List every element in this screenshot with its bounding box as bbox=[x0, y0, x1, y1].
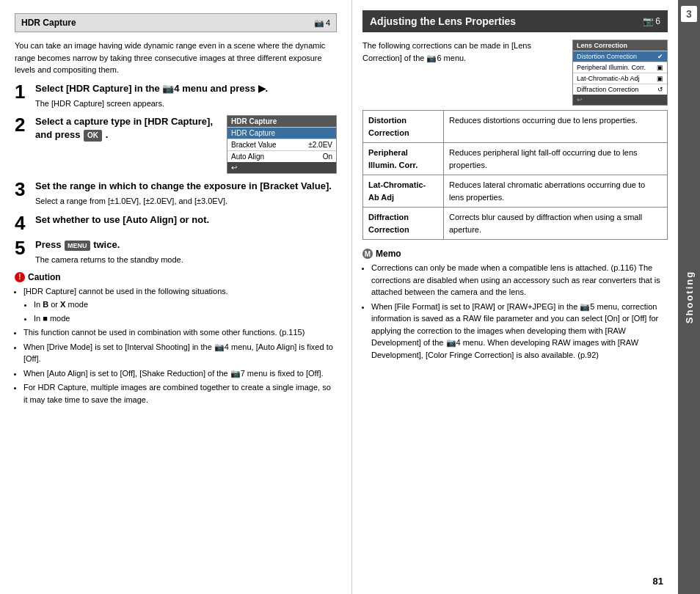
table-def-diffraction: Corrects blur caused by diffraction when… bbox=[444, 208, 668, 240]
memo-title: M Memo bbox=[362, 249, 668, 259]
caution-title: ! Caution bbox=[15, 272, 337, 282]
lens-camera-badge: 📷 6 bbox=[643, 16, 660, 26]
memo-list: Corrections can only be made when a comp… bbox=[362, 262, 668, 361]
step-1-num: 1 bbox=[15, 82, 31, 101]
right-content: Adjusting the Lens Properties 📷 6 Lens C… bbox=[352, 0, 678, 594]
table-row-distortion: DistortionCorrection Reduces distortions… bbox=[363, 111, 668, 143]
table-row-diffraction: DiffractionCorrection Corrects blur caus… bbox=[363, 208, 668, 240]
lens-correction-mini-menu: Lens Correction Distortion Correction ✔ … bbox=[572, 40, 668, 106]
table-term-diffraction: DiffractionCorrection bbox=[363, 208, 444, 240]
step-1: 1 Select [HDR Capture] in the 📷4 menu an… bbox=[15, 82, 337, 110]
back-arrow-icon: ↩ bbox=[231, 164, 237, 172]
lens-row-chromatic: Lat-Chromatic-Ab Adj ▣ bbox=[573, 73, 667, 84]
caution-sub-list: In B or X mode In ■ mode bbox=[23, 298, 337, 324]
memo-section: M Memo Corrections can only be made when… bbox=[362, 249, 668, 361]
mini-menu-align-label: Auto Align bbox=[231, 153, 264, 161]
lens-menu-bottom: ↩ bbox=[573, 95, 667, 105]
table-term-chromatic: Lat-Chromatic-Ab Adj bbox=[363, 175, 444, 208]
step-2: 2 Select a capture type in [HDR Capture]… bbox=[15, 115, 337, 174]
step-1-content: Select [HDR Capture] in the 📷4 menu and … bbox=[35, 82, 337, 110]
lens-diffraction-label: Diffraction Correction bbox=[577, 86, 638, 93]
mini-menu-bracket-label: Bracket Value bbox=[231, 141, 277, 149]
lens-intro-block: Lens Correction Distortion Correction ✔ … bbox=[362, 40, 668, 64]
side-tab: Shooting 3 bbox=[678, 0, 700, 594]
step-5-title: Press MENU twice. bbox=[35, 238, 337, 252]
step-5: 5 Press MENU twice. The camera returns t… bbox=[15, 238, 337, 266]
section-number-badge: 3 bbox=[681, 6, 697, 22]
mini-menu-row-bracket: Bracket Value ±2.0EV bbox=[227, 139, 336, 150]
memo-label: Memo bbox=[376, 249, 401, 259]
caution-icon: ! bbox=[15, 272, 25, 282]
ok-btn: OK bbox=[84, 130, 102, 142]
step-2-inner: Select a capture type in [HDR Capture], … bbox=[35, 115, 337, 174]
lens-chromatic-label: Lat-Chromatic-Ab Adj bbox=[577, 75, 640, 82]
lens-distortion-label: Distortion Correction bbox=[577, 53, 637, 60]
table-row-peripheral: PeripheralIllumin. Corr. Reduces periphe… bbox=[363, 143, 668, 175]
table-term-peripheral: PeripheralIllumin. Corr. bbox=[363, 143, 444, 175]
step-3-sub: Select a range from [±1.0EV], [±2.0EV], … bbox=[35, 195, 337, 208]
step-5-num: 5 bbox=[15, 238, 31, 257]
hdr-badge-num: 4 bbox=[326, 18, 330, 27]
camera-icon-right: 📷 bbox=[643, 16, 654, 26]
lens-distortion-icon: ✔ bbox=[657, 53, 663, 60]
caution-item-5: For HDR Capture, multiple images are com… bbox=[23, 381, 337, 406]
mini-menu-hdr-label: HDR Capture bbox=[231, 129, 275, 137]
caution-sub-1: In B or X mode bbox=[34, 298, 337, 311]
mini-menu-bottom: ↩ bbox=[227, 162, 336, 173]
caution-list: [HDR Capture] cannot be used in the foll… bbox=[15, 285, 337, 406]
hdr-intro: You can take an image having wide dynami… bbox=[15, 40, 337, 76]
mini-menu-row-hdr: HDR Capture bbox=[227, 127, 336, 139]
caution-item-4: When [Auto Align] is set to [Off], [Shak… bbox=[23, 367, 337, 380]
lens-props-header: Adjusting the Lens Properties 📷 6 bbox=[362, 10, 668, 32]
mini-menu-header: HDR Capture bbox=[227, 116, 336, 127]
lens-badge-num: 6 bbox=[655, 16, 660, 26]
step-2-text: Select a capture type in [HDR Capture], … bbox=[35, 115, 221, 144]
camera-icon-left: 📷 bbox=[314, 18, 324, 28]
lens-props-title: Adjusting the Lens Properties bbox=[370, 15, 516, 27]
memo-item-2: When [File Format] is set to [RAW] or [R… bbox=[371, 301, 668, 362]
lens-back-icon: ↩ bbox=[577, 96, 583, 103]
memo-item-1: Corrections can only be made when a comp… bbox=[371, 262, 668, 298]
table-def-chromatic: Reduces lateral chromatic aberrations oc… bbox=[444, 175, 668, 208]
table-row-chromatic: Lat-Chromatic-Ab Adj Reduces lateral chr… bbox=[363, 175, 668, 208]
lens-row-peripheral: Peripheral Illumin. Corr. ▣ bbox=[573, 62, 667, 73]
caution-item-2: This function cannot be used in combinat… bbox=[23, 326, 337, 339]
step-5-content: Press MENU twice. The camera returns to … bbox=[35, 238, 337, 266]
memo-icon: M bbox=[362, 249, 373, 259]
menu-btn: MENU bbox=[65, 241, 90, 252]
right-column: Adjusting the Lens Properties 📷 6 Lens C… bbox=[352, 0, 700, 594]
left-column: HDR Capture 📷 4 You can take an image ha… bbox=[0, 0, 352, 594]
hdr-capture-header: HDR Capture 📷 4 bbox=[15, 13, 337, 32]
hdr-capture-mini-menu: HDR Capture HDR Capture Bracket Value ±2… bbox=[227, 115, 337, 174]
step-3-num: 3 bbox=[15, 180, 31, 199]
step-2-num: 2 bbox=[15, 115, 31, 134]
step-1-sub: The [HDR Capture] screen appears. bbox=[35, 98, 337, 110]
step-4-content: Set whether to use [Auto Align] or not. bbox=[35, 213, 337, 229]
step-1-title: Select [HDR Capture] in the 📷4 menu and … bbox=[35, 82, 337, 95]
mini-menu-bracket-val: ±2.0EV bbox=[308, 141, 332, 149]
step-4-num: 4 bbox=[15, 213, 31, 232]
hdr-capture-title: HDR Capture bbox=[21, 18, 76, 28]
hdr-camera-badge: 📷 4 bbox=[314, 18, 330, 28]
step-3-title: Set the range in which to change the exp… bbox=[35, 180, 337, 193]
mini-menu-row-align: Auto Align On bbox=[227, 150, 336, 162]
caution-item-3: When [Drive Mode] is set to [Interval Sh… bbox=[23, 341, 337, 365]
lens-peripheral-icon: ▣ bbox=[657, 64, 663, 71]
lens-row-diffraction: Diffraction Correction ↺ bbox=[573, 84, 667, 95]
mini-menu-align-val: On bbox=[323, 153, 332, 161]
step-2-content: Select a capture type in [HDR Capture], … bbox=[35, 115, 337, 174]
side-tab-label: Shooting bbox=[684, 271, 695, 323]
step-3-content: Set the range in which to change the exp… bbox=[35, 180, 337, 208]
step-4-title: Set whether to use [Auto Align] or not. bbox=[35, 213, 337, 227]
step-4: 4 Set whether to use [Auto Align] or not… bbox=[15, 213, 337, 232]
step-2-title: Select a capture type in [HDR Capture], … bbox=[35, 115, 221, 142]
caution-item-1: [HDR Capture] cannot be used in the foll… bbox=[23, 285, 337, 325]
caution-section: ! Caution [HDR Capture] cannot be used i… bbox=[15, 272, 337, 406]
lens-correction-menu-header: Lens Correction bbox=[573, 40, 667, 51]
table-term-distortion: DistortionCorrection bbox=[363, 111, 444, 143]
lens-row-distortion: Distortion Correction ✔ bbox=[573, 51, 667, 62]
lens-properties-table: DistortionCorrection Reduces distortions… bbox=[362, 110, 668, 240]
table-def-distortion: Reduces distortions occurring due to len… bbox=[444, 111, 668, 143]
caution-label: Caution bbox=[28, 272, 61, 282]
step-3: 3 Set the range in which to change the e… bbox=[15, 180, 337, 208]
